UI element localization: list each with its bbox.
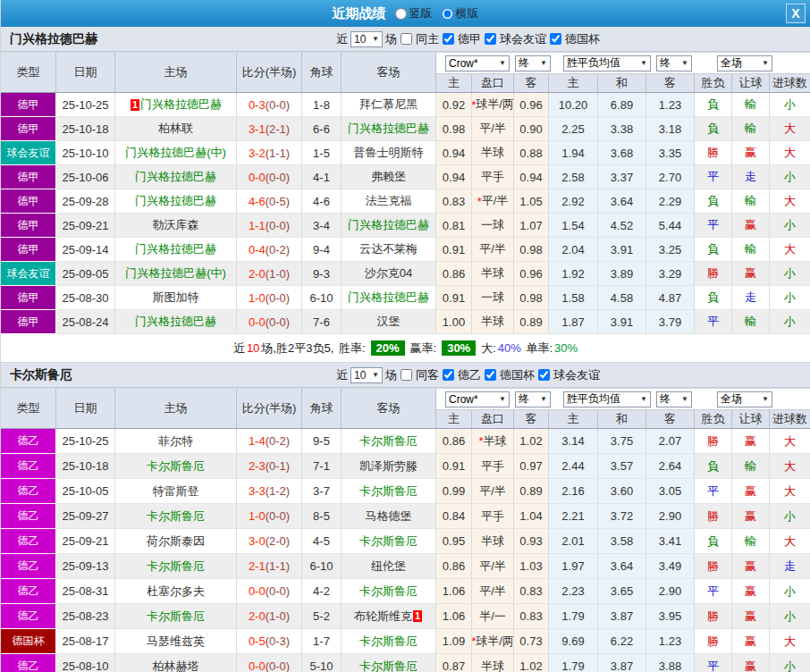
home-team: 卡尔斯鲁厄 <box>115 554 237 579</box>
layout-radio-horizontal[interactable] <box>442 8 453 20</box>
corner-count: 7-1 <box>302 454 342 479</box>
result-handicap: 赢 <box>732 604 770 629</box>
league-filter-checkbox[interactable] <box>550 33 561 45</box>
near-label: 近 <box>336 367 348 383</box>
mean-away-odds: 2.64 <box>646 454 695 479</box>
layout-radio-vertical[interactable] <box>395 8 407 20</box>
result-goals: 大 <box>770 429 810 454</box>
team-label: 卡尔斯鲁厄 <box>359 483 418 500</box>
match-date: 25-08-17 <box>56 629 115 654</box>
mean-draw-odds: 6.22 <box>598 629 646 654</box>
team-label: 马格德堡 <box>366 508 412 525</box>
column-header: 比分(半场) <box>237 389 302 428</box>
league-type-cell: 德乙 <box>1 554 56 579</box>
mean-time-select[interactable]: 终▼ <box>656 55 692 71</box>
away-team: 马格德堡 <box>342 504 436 529</box>
league-filter-checkbox[interactable] <box>485 369 496 381</box>
team-label: 卡尔斯鲁厄 <box>359 533 418 550</box>
team-label: 特雷斯登 <box>153 483 199 500</box>
odds-company-select[interactable]: Crow*▼ <box>445 391 510 407</box>
odds-home: 0.81 <box>436 214 472 238</box>
odds-company-select[interactable]: Crow*▼ <box>445 55 510 71</box>
mean-away-odds: 3.49 <box>646 554 695 579</box>
odds-time-select[interactable]: 终▼ <box>515 55 551 71</box>
match-count-select[interactable]: 10▼ <box>350 31 383 47</box>
halftime-score: (1-1) <box>266 559 290 573</box>
away-team: 布轮斯维克1 <box>342 604 436 629</box>
match-score: 1-0(0-0) <box>237 286 302 310</box>
scope-select[interactable]: 全场▼ <box>717 55 772 71</box>
team-label: 纽伦堡 <box>371 559 406 575</box>
league-filter-checkbox[interactable] <box>443 369 454 381</box>
chevron-down-icon: ▼ <box>540 59 547 67</box>
sub-column-header: 进球数 <box>770 74 810 92</box>
handicap-line-label: 半球 <box>481 659 504 672</box>
fulltime-score: 2-0 <box>249 609 266 623</box>
corner-count: 4-6 <box>302 189 342 214</box>
dropdown-value: 全场 <box>721 55 742 71</box>
result-wdl: 勝 <box>695 554 732 579</box>
match-score: 0-0(0-0) <box>237 579 302 604</box>
odds-home: 0.92 <box>436 93 472 117</box>
handicap-line-label: 平/半 <box>479 559 506 575</box>
handicap-line-label: 一球 <box>481 290 504 306</box>
halftime-score: (0-0) <box>266 291 290 305</box>
home-team: 柏林赫塔 <box>115 654 237 672</box>
handicap-line-label: 平/半 <box>482 193 509 209</box>
column-header: 客场 <box>342 53 436 92</box>
mean-draw-odds: 3.37 <box>598 165 646 189</box>
team-label: 卡尔斯鲁厄 <box>147 609 205 625</box>
same-venue-label: 同客 <box>416 367 439 383</box>
result-goals: 小 <box>770 214 810 238</box>
table-row: 德甲25-09-14门兴格拉德巴赫0-4(0-2)9-4云达不莱梅0.91平/半… <box>1 238 810 262</box>
mean-home-odds: 1.87 <box>549 310 598 334</box>
league-filter-checkbox[interactable] <box>443 33 454 45</box>
mean-type-select[interactable]: 胜平负均值▼ <box>563 55 651 71</box>
sub-column-header: 让球 <box>732 410 770 428</box>
sub-column-header: 主 <box>436 74 472 92</box>
team-label: 普鲁士明斯特 <box>354 145 424 161</box>
odds-handicap-line: 平/半 <box>472 554 514 579</box>
table-row: 德乙25-08-10柏林赫塔0-0(0-0)5-10卡尔斯鲁厄0.87半球1.0… <box>1 654 810 672</box>
halftime-score: (1-0) <box>266 609 290 623</box>
same-venue-checkbox[interactable] <box>401 33 412 45</box>
fulltime-score: 3-3 <box>249 484 266 498</box>
league-type-cell: 德乙 <box>1 454 56 479</box>
fulltime-score: 1-0 <box>249 291 266 305</box>
scope-select[interactable]: 全场▼ <box>717 391 772 407</box>
odds-handicap-line: 半/一 <box>472 604 514 629</box>
match-score: 1-1(0-0) <box>237 214 302 238</box>
layout-radio-label: 横版 <box>456 5 479 21</box>
halftime-score: (0-2) <box>266 434 290 448</box>
league-filter-checkbox[interactable] <box>538 369 550 381</box>
match-score: 1-4(0-2) <box>237 429 302 454</box>
league-filter-label: 德国杯 <box>565 31 600 47</box>
result-wdl: 勝 <box>695 504 732 529</box>
odds-home: 0.91 <box>436 454 472 479</box>
fulltime-score: 0-0 <box>249 659 266 672</box>
halftime-score: (0-3) <box>266 634 290 648</box>
odds-time-select[interactable]: 终▼ <box>515 391 551 407</box>
fulltime-score: 0-3 <box>249 98 266 112</box>
same-venue-checkbox[interactable] <box>401 369 412 381</box>
match-count-select[interactable]: 10▼ <box>350 367 383 383</box>
close-button[interactable]: X <box>786 4 806 23</box>
league-filter-checkbox[interactable] <box>485 33 496 45</box>
result-wdl: 平 <box>695 310 732 334</box>
team-label: 沙尔克04 <box>365 265 412 281</box>
table-row: 德乙25-08-23卡尔斯鲁厄2-0(1-0)5-2布轮斯维克11.06半/一0… <box>1 604 810 629</box>
chevron-down-icon: ▼ <box>762 395 769 403</box>
chevron-down-icon: ▼ <box>499 59 506 67</box>
odds-away: 1.03 <box>514 554 549 579</box>
mean-type-select[interactable]: 胜平负均值▼ <box>563 391 651 407</box>
home-team: 卡尔斯鲁厄 <box>115 604 237 629</box>
mean-time-select[interactable]: 终▼ <box>656 391 692 407</box>
match-date: 25-09-28 <box>56 189 115 214</box>
match-date: 25-08-23 <box>56 604 115 629</box>
fulltime-score: 2-3 <box>249 459 266 473</box>
match-score: 2-1(1-1) <box>237 554 302 579</box>
odds-home: 0.84 <box>436 504 472 529</box>
match-score: 0-4(0-2) <box>237 238 302 262</box>
result-goals: 小 <box>770 165 810 189</box>
team-label: 布轮斯维克 <box>354 609 412 625</box>
